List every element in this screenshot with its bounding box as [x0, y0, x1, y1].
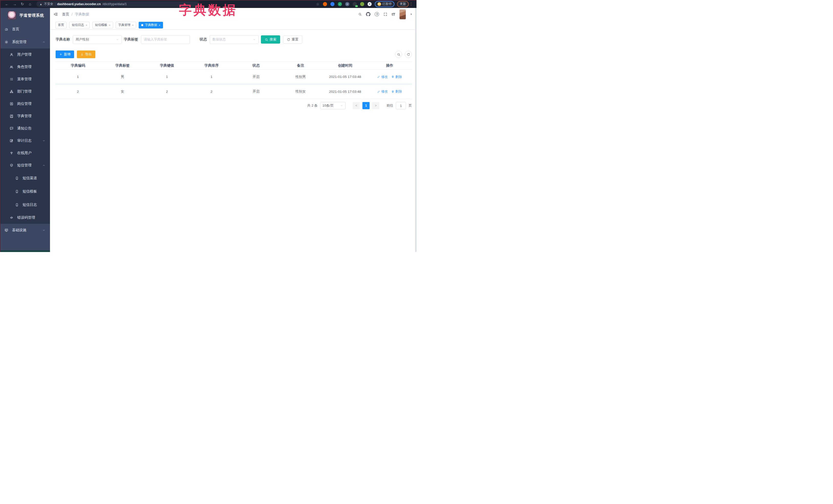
ext-dark-on-icon[interactable]: on [353, 2, 357, 6]
close-icon[interactable]: × [86, 24, 87, 27]
sidebar-item-label: 短信渠道 [23, 176, 37, 181]
column-header-创建时间: 创建时间 [323, 63, 367, 68]
table-cell: 性别男 [278, 75, 323, 79]
search-icon[interactable] [358, 13, 362, 16]
sidebar-item-用户管理[interactable]: 用户管理 [0, 48, 50, 61]
page-scrollbar[interactable] [415, 8, 416, 252]
sidebar-item-菜单管理[interactable]: 菜单管理 [0, 73, 50, 86]
column-header-字典标签: 字典标签 [100, 63, 145, 68]
chevron-down-icon[interactable]: ▾ [410, 13, 412, 16]
phone-icon [15, 176, 19, 180]
pagination: 共 2 条 10条/页 < 1 > 前往 1 页 [56, 102, 412, 109]
tab-字典数据[interactable]: 字典数据× [139, 22, 163, 28]
sidebar-item-角色管理[interactable]: 角色管理 [0, 61, 50, 73]
browser-update-button[interactable]: 更新 [397, 1, 409, 7]
sidebar-item-短信模板[interactable]: 短信模板 [0, 185, 50, 198]
user-icon [9, 53, 14, 56]
ext-slate-bars-icon[interactable]: ≡ [345, 2, 349, 6]
ext-orange-donut-icon[interactable] [323, 2, 327, 6]
sidebar-item-短信渠道[interactable]: 短信渠道 [0, 171, 50, 185]
data-table: 字典编码字典标签字典键值字典排序状态备注创建时间操作 1男11开启性别男2021… [56, 62, 412, 99]
next-page-button[interactable]: > [372, 102, 379, 109]
sidebar-item-label: 用户管理 [17, 52, 31, 57]
sidebar-item-岗位管理[interactable]: 岗位管理 [0, 98, 50, 110]
delete-link[interactable]: 删除 [391, 89, 402, 94]
reset-button[interactable]: 重置 [283, 35, 302, 44]
address-bar[interactable]: ▲ 不安全 dashboard.yudao.iocoder.cn /dict/t… [37, 1, 199, 7]
trash-icon [391, 75, 394, 78]
sidebar-item-label: 短信模板 [23, 189, 37, 194]
github-icon[interactable] [366, 12, 371, 17]
close-icon[interactable]: × [132, 24, 134, 27]
fullscreen-icon[interactable] [383, 12, 387, 16]
refresh-table-button[interactable] [405, 51, 412, 58]
browser-home-icon[interactable]: ⌂ [26, 2, 34, 6]
delete-link[interactable]: 删除 [391, 75, 402, 79]
edit-label: 修改 [381, 75, 388, 79]
edit-link[interactable]: 修改 [377, 89, 388, 94]
browser-reload-icon[interactable]: ↻ [19, 2, 26, 6]
ext-green-sprout-icon[interactable] [360, 2, 364, 6]
sidebar-item-审计日志[interactable]: 审计日志 [0, 135, 50, 147]
sidebar-fold-icon[interactable] [53, 12, 58, 17]
sidebar-item-短信日志[interactable]: 短信日志 [0, 198, 50, 212]
sidebar-item-部门管理[interactable]: 部门管理 [0, 86, 50, 98]
tab-短信日志[interactable]: 短信日志× [69, 22, 90, 28]
ext-blue-drop-icon[interactable] [330, 2, 334, 6]
sidebar-item-通知公告[interactable]: 通知公告 [0, 122, 50, 135]
phone-icon [15, 190, 19, 193]
search-button[interactable]: 搜索 [261, 35, 280, 44]
tab-短信模板[interactable]: 短信模板× [92, 22, 113, 28]
bookmark-star-icon[interactable]: ☆ [316, 2, 319, 6]
tab-label: 字典数据 [145, 23, 157, 27]
help-icon[interactable]: ? [375, 12, 379, 17]
profile-paused-pill[interactable]: 已暂停 [375, 1, 395, 7]
breadcrumb-home[interactable]: 首页 [62, 12, 69, 17]
update-label: 更新 [400, 2, 406, 6]
table-row: 1男11开启性别男2021-01-05 17:03:48修改删除 [56, 70, 412, 85]
page-1-button[interactable]: 1 [362, 102, 370, 109]
sidebar-item-错误码管理[interactable]: 错误码管理 [0, 212, 50, 224]
annotation-border-top [0, 0, 416, 1]
search-button-label: 搜索 [270, 37, 276, 42]
goto-page-input[interactable]: 1 [396, 102, 406, 109]
sidebar-item-系统管理[interactable]: 系统管理 [0, 35, 50, 48]
sidebar-item-基础设施[interactable]: 基础设施 [0, 224, 50, 237]
sidebar-item-label: 角色管理 [17, 65, 31, 69]
chevron-down-icon [42, 139, 45, 142]
sidebar-logo[interactable]: 芋道管理系统 [0, 8, 50, 23]
sidebar-item-label: 短信日志 [23, 202, 37, 207]
table-cell: 2 [145, 90, 189, 94]
column-header-字典排序: 字典排序 [189, 63, 234, 68]
tab-label: 短信日志 [72, 23, 84, 27]
goto-label: 前往 [386, 103, 393, 108]
close-icon[interactable]: × [159, 24, 160, 27]
ext-green-check-icon[interactable]: ✓ [338, 2, 342, 6]
goto-suffix: 页 [408, 103, 412, 108]
browser-menu-icon[interactable]: ⋮ [409, 2, 413, 6]
add-button[interactable]: 新增 [56, 50, 74, 58]
dict-name-select[interactable]: 用户性别 [73, 35, 122, 44]
refresh-icon [287, 38, 290, 41]
font-size-icon[interactable]: tT [391, 12, 395, 17]
user-avatar[interactable] [399, 9, 406, 20]
status-select[interactable]: 数据状态 [210, 35, 259, 44]
ext-puzzle-icon[interactable]: ✦ [367, 2, 372, 6]
page-size-select[interactable]: 10条/页 [320, 102, 346, 109]
export-button[interactable]: 导出 [77, 50, 95, 58]
dict-tag-input[interactable]: 请输入字典标签 [141, 35, 190, 44]
sidebar-item-字典管理[interactable]: 字典管理 [0, 110, 50, 122]
row-actions: 修改删除 [367, 75, 412, 79]
toggle-search-button[interactable] [395, 51, 402, 58]
sidebar-item-在线用户[interactable]: 在线用户 [0, 147, 50, 159]
browser-forward-icon[interactable]: → [11, 2, 19, 6]
sidebar-item-首页[interactable]: 首页 [0, 23, 50, 35]
prev-page-button[interactable]: < [353, 102, 360, 109]
browser-back-icon[interactable]: ← [3, 2, 11, 6]
close-icon[interactable]: × [109, 24, 110, 27]
tab-首页[interactable]: 首页 [55, 22, 67, 28]
sidebar-item-短信管理[interactable]: 短信管理 [0, 159, 50, 171]
tab-字典管理[interactable]: 字典管理× [116, 22, 136, 28]
delete-label: 删除 [395, 89, 402, 94]
edit-link[interactable]: 修改 [377, 75, 388, 79]
